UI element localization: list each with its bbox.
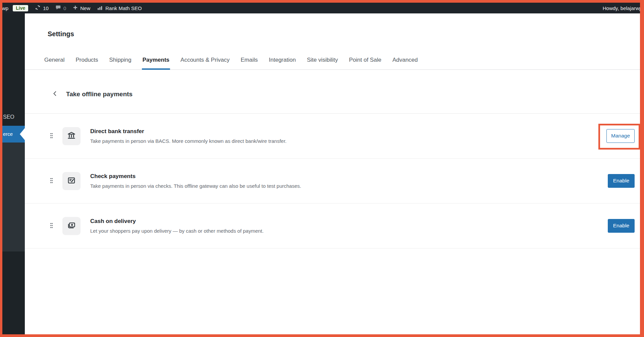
tab-integration[interactable]: Integration <box>269 57 296 69</box>
plus-icon <box>73 5 78 11</box>
comments-count: 0 <box>63 5 66 11</box>
live-badge[interactable]: Live <box>13 5 28 11</box>
comment-icon <box>55 5 61 11</box>
gateway-row-check-payments: Check payments Take payments in person v… <box>25 159 640 204</box>
tab-payments[interactable]: Payments <box>143 57 169 69</box>
screenshot-annotation-frame: wp Live 10 0 <box>0 0 644 337</box>
gateway-text: Direct bank transfer Take payments in pe… <box>90 128 286 144</box>
gateway-action: Manage <box>606 129 635 143</box>
howdy-account-menu[interactable]: Howdy, belajarwp <box>603 5 640 11</box>
gateway-description: Take payments in person via BACS. More c… <box>90 138 286 144</box>
section-header: Take offline payments <box>25 90 640 99</box>
gateway-action: Enable <box>608 174 635 188</box>
drag-handle-icon[interactable] <box>50 133 53 139</box>
gateway-name: Direct bank transfer <box>90 128 286 135</box>
comments-menu[interactable]: 0 <box>55 5 66 11</box>
gateway-name: Check payments <box>90 173 301 180</box>
sidebar-submenu-block <box>2 143 25 251</box>
update-icon <box>35 5 41 11</box>
gateway-description: Take payments in person via checks. This… <box>90 183 301 189</box>
tab-shipping[interactable]: Shipping <box>109 57 131 69</box>
tab-site-visibility[interactable]: Site visibility <box>307 57 338 69</box>
drag-handle-icon[interactable] <box>50 178 53 184</box>
drag-handle-icon[interactable] <box>50 223 53 229</box>
updates-count: 10 <box>43 5 49 11</box>
new-label: New <box>80 5 90 11</box>
chevron-left-icon <box>51 90 59 99</box>
gateway-name: Cash on delivery <box>90 218 264 225</box>
gateway-icon-box <box>62 127 80 145</box>
settings-tabs: General Products Shipping Payments Accou… <box>25 57 640 70</box>
gateway-text: Check payments Take payments in person v… <box>90 173 301 189</box>
tab-products[interactable]: Products <box>75 57 98 69</box>
gateway-row-direct-bank-transfer: Direct bank transfer Take payments in pe… <box>25 114 640 159</box>
page-title: Settings <box>48 30 640 38</box>
gateway-row-cash-on-delivery: Cash on delivery Let your shoppers pay u… <box>25 204 640 248</box>
gateway-action: Enable <box>608 219 635 233</box>
tab-accounts-privacy[interactable]: Accounts & Privacy <box>180 57 229 69</box>
rank-math-menu[interactable]: Rank Math SEO <box>97 5 142 12</box>
workspace: SEO erce Settings General Products Shipp… <box>2 13 640 334</box>
sidebar-item-seo[interactable]: SEO <box>3 114 14 120</box>
check-edit-icon <box>66 175 76 187</box>
rank-math-chart-icon <box>97 5 103 12</box>
gateway-icon-box <box>62 172 80 190</box>
gateway-description: Let your shoppers pay upon delivery — by… <box>90 228 264 234</box>
tab-emails[interactable]: Emails <box>241 57 258 69</box>
gateway-text: Cash on delivery Let your shoppers pay u… <box>90 218 264 234</box>
active-menu-arrow <box>20 128 25 140</box>
gateway-icon-box <box>62 217 80 235</box>
site-name[interactable]: wp <box>2 5 8 11</box>
back-button[interactable] <box>51 90 59 99</box>
settings-panel: Settings General Products Shipping Payme… <box>25 13 640 334</box>
cash-icon <box>66 220 76 232</box>
tab-general[interactable]: General <box>44 57 64 69</box>
manage-button[interactable]: Manage <box>606 129 635 143</box>
admin-bar: wp Live 10 0 <box>2 3 640 13</box>
rank-math-label: Rank Math SEO <box>105 5 142 11</box>
new-content-menu[interactable]: New <box>73 5 90 11</box>
bank-icon <box>66 130 76 142</box>
tab-point-of-sale[interactable]: Point of Sale <box>349 57 381 69</box>
section-title: Take offline payments <box>66 91 132 98</box>
tab-advanced[interactable]: Advanced <box>392 57 418 69</box>
enable-button[interactable]: Enable <box>608 174 635 188</box>
updates-menu[interactable]: 10 <box>35 5 49 11</box>
admin-sidebar: SEO erce <box>2 13 25 334</box>
enable-button[interactable]: Enable <box>608 219 635 233</box>
